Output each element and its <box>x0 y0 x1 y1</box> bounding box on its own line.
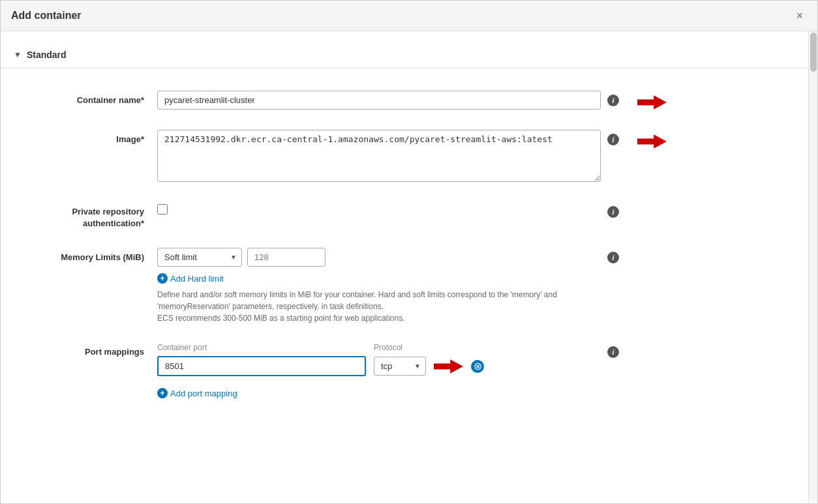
container-name-info-area: i <box>601 91 633 106</box>
scrollbar-track[interactable] <box>808 31 817 503</box>
dialog-header: Add container × <box>1 1 817 31</box>
container-name-input[interactable] <box>157 91 601 110</box>
memory-info-icon[interactable]: i <box>607 252 619 263</box>
add-port-mapping-label: Add port mapping <box>170 389 237 398</box>
image-arrow-area <box>633 130 673 151</box>
memory-limits-label: Memory Limits (MiB) <box>14 248 157 263</box>
memory-info-area: i <box>601 248 633 263</box>
dialog-title: Add container <box>11 10 82 22</box>
memory-limit-type-select[interactable]: Soft limit Hard limit <box>157 248 242 267</box>
image-control: 212714531992.dkr.ecr.ca-central-1.amazon… <box>157 130 601 184</box>
section-toggle[interactable]: ▼ <box>14 50 22 59</box>
container-port-col: Container port <box>157 342 366 352</box>
memory-help-text: Define hard and/or soft memory limits in… <box>157 289 575 324</box>
image-info-icon[interactable]: i <box>607 134 619 145</box>
private-repo-checkbox[interactable] <box>157 204 168 215</box>
container-port-input[interactable] <box>157 356 366 376</box>
content-area: ▼ Standard Container name* i <box>1 31 808 423</box>
protocol-header: Protocol <box>374 343 402 352</box>
memory-controls: Soft limit Hard limit ▼ <box>157 248 601 267</box>
protocol-select-wrapper: tcp udp ▼ <box>374 357 426 376</box>
container-name-control <box>157 91 601 110</box>
close-button[interactable]: × <box>792 8 807 23</box>
add-port-mapping-icon: + <box>157 388 168 398</box>
section-title: Standard <box>27 50 67 60</box>
image-info-area: i <box>601 130 633 145</box>
add-hard-limit-icon: + <box>157 273 168 284</box>
port-mappings-info-icon[interactable]: i <box>607 346 619 358</box>
private-repo-row: Private repository authentication* i <box>1 196 808 236</box>
image-input[interactable]: 212714531992.dkr.ecr.ca-central-1.amazon… <box>157 130 601 182</box>
container-name-arrow-area <box>633 91 673 111</box>
remove-port-icon: ⊗ <box>474 361 482 372</box>
dialog-body: ▼ Standard Container name* i <box>1 31 817 503</box>
protocol-col: Protocol <box>374 342 439 352</box>
image-row: Image* 212714531992.dkr.ecr.ca-central-1… <box>1 123 808 190</box>
port-red-arrow <box>434 357 463 376</box>
memory-limits-control: Soft limit Hard limit ▼ + Add Hard limit… <box>157 248 601 324</box>
svg-marker-1 <box>637 134 667 149</box>
port-mappings-info-area: i <box>601 342 633 358</box>
scrollbar-thumb[interactable] <box>810 33 817 72</box>
private-repo-info-icon[interactable]: i <box>607 206 619 218</box>
add-port-mapping-link[interactable]: + Add port mapping <box>157 388 237 398</box>
add-hard-limit-link[interactable]: + Add Hard limit <box>157 273 224 284</box>
remove-port-mapping-button[interactable]: ⊗ <box>471 360 484 373</box>
private-repo-label: Private repository authentication* <box>14 202 157 230</box>
port-header-row: Container port Protocol <box>157 342 601 352</box>
private-repo-control <box>157 202 601 216</box>
container-name-row: Container name* i <box>1 84 808 118</box>
image-label: Image* <box>14 130 157 145</box>
container-name-label: Container name* <box>14 91 157 106</box>
container-name-red-arrow <box>637 93 667 111</box>
image-red-arrow <box>637 132 667 151</box>
add-container-dialog: Add container × ▼ Standard Container nam… <box>0 0 818 504</box>
svg-marker-0 <box>637 95 667 110</box>
container-port-header: Container port <box>157 343 207 352</box>
port-mappings-control: Container port Protocol tcp udp <box>157 342 601 398</box>
svg-marker-2 <box>434 359 463 374</box>
memory-limits-row: Memory Limits (MiB) Soft limit Hard limi… <box>1 241 808 331</box>
soft-limit-select-wrapper: Soft limit Hard limit ▼ <box>157 248 242 267</box>
memory-limit-value-input[interactable] <box>247 248 326 267</box>
port-mappings-row: Port mappings Container port Protocol <box>1 336 808 405</box>
container-name-info-icon[interactable]: i <box>607 95 619 106</box>
port-input-row: tcp udp ▼ ⊗ <box>157 356 601 376</box>
section-header: ▼ Standard <box>1 44 808 68</box>
add-hard-limit-label: Add Hard limit <box>170 274 224 284</box>
private-repo-info-area: i <box>601 202 633 218</box>
protocol-select[interactable]: tcp udp <box>374 357 426 376</box>
port-mappings-label: Port mappings <box>14 342 157 358</box>
